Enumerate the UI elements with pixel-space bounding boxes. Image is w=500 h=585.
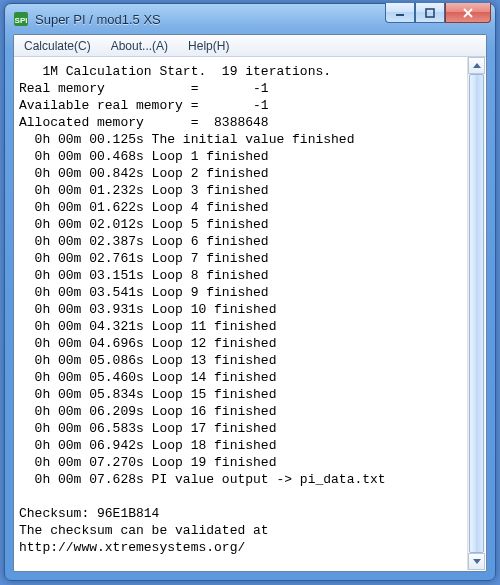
scroll-down-button[interactable] — [468, 553, 485, 570]
title-bar[interactable]: SPI Super PI / mod1.5 XS — [5, 4, 495, 34]
scroll-track[interactable] — [468, 74, 485, 553]
svg-text:SPI: SPI — [15, 16, 28, 25]
client-area: Calculate(C) About...(A) Help(H) 1M Calc… — [13, 34, 487, 572]
scroll-thumb[interactable] — [469, 74, 484, 553]
menu-bar: Calculate(C) About...(A) Help(H) — [14, 35, 486, 57]
chevron-up-icon — [473, 63, 481, 68]
scroll-up-button[interactable] — [468, 57, 485, 74]
minimize-button[interactable] — [385, 3, 415, 23]
maximize-button[interactable] — [415, 3, 445, 23]
vertical-scrollbar[interactable] — [467, 57, 485, 570]
close-button[interactable] — [445, 3, 491, 23]
app-icon: SPI — [13, 11, 29, 27]
menu-about[interactable]: About...(A) — [101, 35, 178, 56]
svg-rect-2 — [396, 14, 404, 16]
window-buttons — [385, 3, 491, 23]
content-wrap: 1M Calculation Start. 19 iterations. Rea… — [15, 57, 485, 570]
output-pane: 1M Calculation Start. 19 iterations. Rea… — [15, 57, 467, 570]
svg-rect-3 — [426, 9, 434, 17]
chevron-down-icon — [473, 559, 481, 564]
menu-calculate[interactable]: Calculate(C) — [14, 35, 101, 56]
menu-help[interactable]: Help(H) — [178, 35, 239, 56]
app-window: SPI Super PI / mod1.5 XS Calculate(C) Ab… — [4, 3, 496, 581]
